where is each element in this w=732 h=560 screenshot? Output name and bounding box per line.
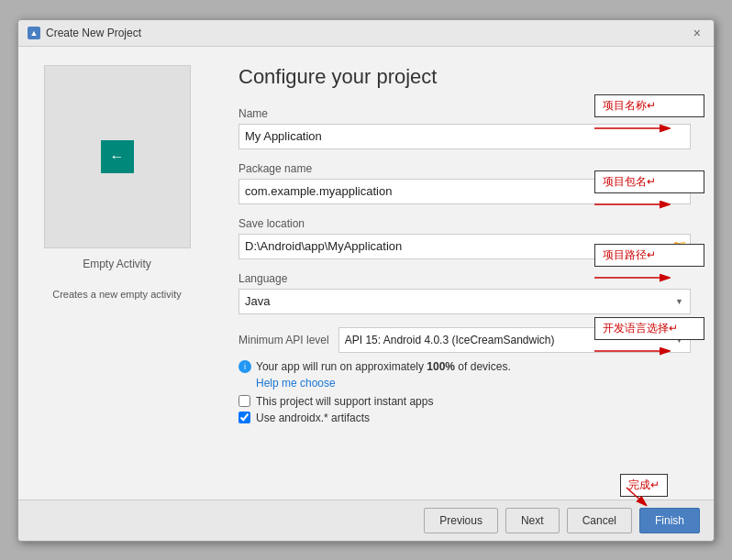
package-label: Package name [238, 162, 691, 175]
api-label: Minimum API level [238, 334, 329, 346]
left-panel: ← Empty Activity Creates a new empty act… [18, 47, 216, 500]
creates-label: Creates a new empty activity [52, 289, 182, 300]
close-button[interactable]: × [690, 26, 704, 40]
api-select-wrapper: API 15: Android 4.0.3 (IceCreamSandwich)… [338, 327, 691, 353]
language-label: Language [238, 272, 691, 285]
androidx-checkbox[interactable] [238, 412, 250, 423]
language-select-wrapper: Java Kotlin [238, 289, 691, 314]
page-title: Configure your project [238, 65, 691, 89]
content-area: ← Empty Activity Creates a new empty act… [18, 47, 714, 500]
title-bar-left: ▲ Create New Project [28, 27, 141, 39]
bottom-bar: 完成↵ Previous Next Cancel Finish [18, 500, 714, 541]
save-label: Save location [238, 217, 691, 230]
language-group: Language Java Kotlin [238, 272, 691, 314]
title-bar: ▲ Create New Project × [18, 20, 714, 47]
save-input[interactable] [238, 234, 691, 259]
name-label: Name [238, 107, 691, 120]
instant-apps-checkbox[interactable] [238, 395, 250, 407]
api-level-row: Minimum API level API 15: Android 4.0.3 … [238, 327, 691, 353]
preview-box: ← [44, 65, 191, 248]
save-group: Save location 📁 [238, 217, 691, 259]
previous-button[interactable]: Previous [424, 508, 498, 533]
folder-icon[interactable]: 📁 [671, 239, 687, 254]
info-row: i Your app will run on approximately 100… [238, 360, 691, 373]
package-group: Package name [238, 162, 691, 204]
finish-button[interactable]: Finish [639, 508, 700, 533]
androidx-row: Use androidx.* artifacts [238, 412, 691, 424]
name-input[interactable] [238, 124, 691, 149]
help-link[interactable]: Help me choose [256, 377, 691, 390]
main-window: ▲ Create New Project × ← Empty Activity … [17, 19, 715, 542]
window-icon: ▲ [28, 27, 40, 39]
api-select[interactable]: API 15: Android 4.0.3 (IceCreamSandwich)… [338, 327, 691, 353]
save-location-wrapper: 📁 [238, 234, 691, 259]
cancel-button[interactable]: Cancel [567, 508, 632, 533]
window-title: Create New Project [46, 27, 141, 39]
instant-apps-row: This project will support instant apps [238, 395, 691, 408]
back-arrow-icon: ← [101, 140, 134, 173]
androidx-label: Use androidx.* artifacts [256, 412, 370, 424]
activity-label: Empty Activity [83, 258, 151, 270]
package-input[interactable] [238, 179, 691, 204]
next-button[interactable]: Next [505, 508, 560, 533]
language-select[interactable]: Java Kotlin [238, 289, 691, 314]
name-group: Name [238, 107, 691, 149]
info-text: Your app will run on approximately 100% … [256, 360, 511, 373]
info-icon: i [238, 360, 251, 373]
instant-apps-label: This project will support instant apps [256, 395, 433, 408]
finish-callout: 完成↵ [620, 474, 668, 497]
right-panel: Configure your project 项目名称↵ Name [216, 47, 714, 500]
